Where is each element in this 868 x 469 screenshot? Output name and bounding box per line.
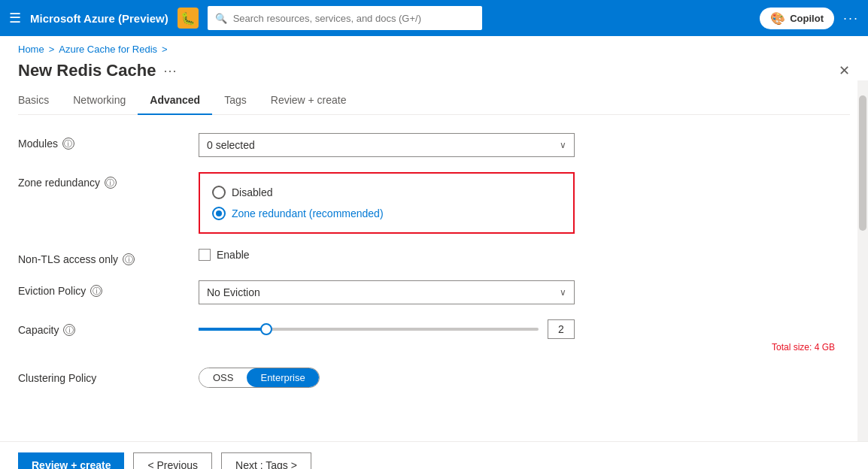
main-content: Basics Networking Advanced Tags Review +… bbox=[0, 80, 868, 441]
zone-info-icon[interactable]: ⓘ bbox=[105, 177, 117, 189]
nontls-checkbox[interactable] bbox=[199, 249, 211, 261]
zone-redundancy-row: Zone redundancy ⓘ Disabled bbox=[18, 172, 835, 234]
clustering-control: OSS Enterprise bbox=[199, 368, 835, 388]
capacity-label: Capacity ⓘ bbox=[18, 319, 184, 336]
review-create-button[interactable]: Review + create bbox=[18, 452, 124, 469]
page-more-button[interactable]: ··· bbox=[163, 63, 177, 79]
zone-redundancy-box: Disabled Zone redundant (recommended) bbox=[199, 172, 575, 234]
nontls-enable-label: Enable bbox=[217, 249, 250, 261]
tab-networking[interactable]: Networking bbox=[61, 86, 138, 115]
page-title: New Redis Cache bbox=[18, 61, 156, 80]
hamburger-icon[interactable]: ☰ bbox=[9, 10, 21, 26]
radio-disabled-circle bbox=[212, 186, 226, 199]
capacity-slider-track[interactable] bbox=[199, 328, 539, 331]
next-tags-button[interactable]: Next : Tags > bbox=[221, 452, 311, 469]
radio-zone-redundant-label: Zone redundant (recommended) bbox=[232, 207, 384, 219]
scrollbar-track bbox=[857, 80, 868, 441]
app-title: Microsoft Azure (Preview) bbox=[30, 12, 168, 25]
tab-bar: Basics Networking Advanced Tags Review +… bbox=[18, 80, 850, 115]
slider-fill bbox=[199, 328, 266, 331]
eviction-info-icon[interactable]: ⓘ bbox=[90, 285, 102, 297]
eviction-label: Eviction Policy ⓘ bbox=[18, 280, 184, 297]
clustering-enterprise-option[interactable]: Enterprise bbox=[247, 368, 318, 387]
zone-radio-group: Disabled Zone redundant (recommended) bbox=[212, 186, 561, 220]
breadcrumb-sep2: > bbox=[162, 44, 168, 55]
capacity-value: 2 bbox=[548, 319, 575, 339]
radio-selected-circle bbox=[212, 207, 226, 220]
tab-tags[interactable]: Tags bbox=[212, 86, 259, 115]
tab-advanced[interactable]: Advanced bbox=[138, 86, 212, 115]
capacity-slider-container: 2 bbox=[199, 319, 575, 339]
zone-redundancy-control: Disabled Zone redundant (recommended) bbox=[199, 172, 835, 234]
bug-icon: 🐛 bbox=[178, 8, 199, 29]
eviction-value: No Eviction bbox=[207, 286, 260, 298]
search-icon: 🔍 bbox=[215, 13, 227, 24]
modules-dropdown[interactable]: 0 selected ∨ bbox=[199, 133, 575, 157]
breadcrumb-home[interactable]: Home bbox=[18, 44, 44, 55]
nontls-control: Enable bbox=[199, 249, 835, 261]
topbar: ☰ Microsoft Azure (Preview) 🐛 🔍 🎨 Copilo… bbox=[0, 0, 868, 36]
dropdown-arrow-icon: ∨ bbox=[560, 140, 566, 150]
capacity-info-icon[interactable]: ⓘ bbox=[63, 324, 75, 336]
search-bar[interactable]: 🔍 bbox=[208, 6, 482, 30]
breadcrumb-cache[interactable]: Azure Cache for Redis bbox=[59, 44, 157, 55]
modules-info-icon[interactable]: ⓘ bbox=[62, 138, 74, 150]
eviction-control: No Eviction ∨ bbox=[199, 280, 835, 304]
tab-review-create[interactable]: Review + create bbox=[259, 86, 359, 115]
close-button[interactable]: ✕ bbox=[839, 62, 850, 79]
page-header: New Redis Cache ··· ✕ bbox=[0, 55, 868, 80]
radio-zone-redundant[interactable]: Zone redundant (recommended) bbox=[212, 207, 561, 220]
copilot-icon: 🎨 bbox=[770, 11, 785, 26]
footer: Review + create < Previous Next : Tags > bbox=[0, 441, 868, 469]
clustering-label: Clustering Policy bbox=[18, 368, 184, 384]
eviction-dropdown-arrow-icon: ∨ bbox=[560, 287, 566, 298]
modules-value: 0 selected bbox=[207, 139, 255, 151]
zone-redundancy-label: Zone redundancy ⓘ bbox=[18, 172, 184, 189]
topbar-more[interactable]: ··· bbox=[843, 11, 859, 26]
radio-zone-label-text: Zone redundant (recommended) bbox=[232, 207, 384, 219]
radio-disabled-label: Disabled bbox=[232, 186, 272, 198]
scrollbar-thumb[interactable] bbox=[859, 95, 866, 231]
search-input[interactable] bbox=[233, 13, 475, 24]
modules-label: Modules ⓘ bbox=[18, 133, 184, 150]
total-size-label: Total size: 4 GB bbox=[199, 342, 835, 353]
modules-control: 0 selected ∨ bbox=[199, 133, 835, 157]
clustering-toggle-group: OSS Enterprise bbox=[199, 368, 320, 388]
eviction-row: Eviction Policy ⓘ No Eviction ∨ bbox=[18, 280, 835, 304]
copilot-button[interactable]: 🎨 Copilot bbox=[760, 8, 834, 29]
tab-basics[interactable]: Basics bbox=[18, 86, 61, 115]
nontls-row: Non-TLS access only ⓘ Enable bbox=[18, 249, 835, 265]
capacity-control: 2 Total size: 4 GB bbox=[199, 319, 835, 353]
clustering-oss-option[interactable]: OSS bbox=[199, 368, 247, 387]
breadcrumb-sep1: > bbox=[49, 44, 55, 55]
eviction-dropdown[interactable]: No Eviction ∨ bbox=[199, 280, 575, 304]
nontls-checkbox-row: Enable bbox=[199, 249, 835, 261]
capacity-row: Capacity ⓘ 2 Total size: 4 GB bbox=[18, 319, 835, 353]
clustering-row: Clustering Policy OSS Enterprise bbox=[18, 368, 835, 388]
nontls-info-icon[interactable]: ⓘ bbox=[123, 253, 135, 265]
nontls-label: Non-TLS access only ⓘ bbox=[18, 249, 184, 265]
modules-row: Modules ⓘ 0 selected ∨ bbox=[18, 133, 835, 157]
slider-thumb[interactable] bbox=[260, 323, 272, 335]
radio-disabled[interactable]: Disabled bbox=[212, 186, 561, 199]
form-section: Modules ⓘ 0 selected ∨ Zone redundancy ⓘ bbox=[18, 133, 850, 388]
radio-selected-dot bbox=[216, 210, 222, 216]
breadcrumb: Home > Azure Cache for Redis > bbox=[0, 36, 868, 55]
previous-button[interactable]: < Previous bbox=[133, 452, 212, 469]
copilot-label: Copilot bbox=[790, 13, 824, 24]
